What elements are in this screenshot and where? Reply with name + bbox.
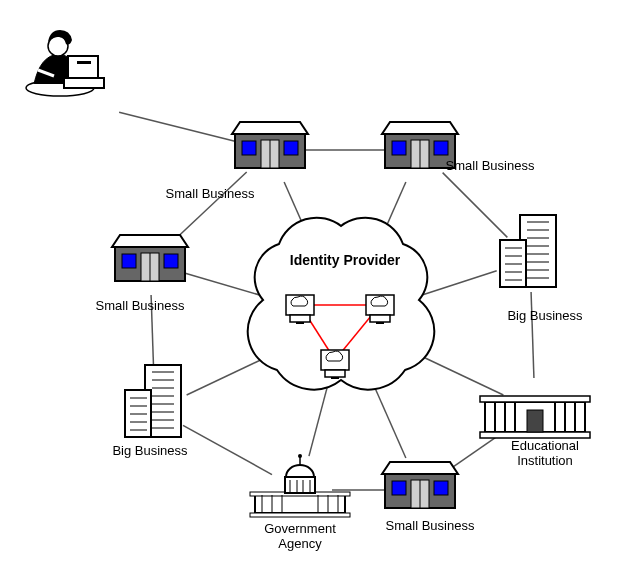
node-label-line2: Institution [517,453,573,468]
node-small-icon [112,235,188,281]
svg-rect-72 [64,78,104,88]
user-link-edge [119,112,241,142]
node-gov-icon [250,454,350,517]
node-big-icon [500,215,556,287]
node-label-line1: Educational [511,438,579,453]
node-small-icon [382,462,458,508]
user-icon [26,30,104,96]
node-label-line1: Government [264,521,336,536]
svg-rect-73 [77,61,91,64]
node-label: Big Business [507,308,583,323]
node-small-icon [232,122,308,168]
node-label: Small Business [446,158,535,173]
node-big-icon [125,365,181,437]
server-icon [286,295,314,324]
svg-line-55 [183,425,272,474]
svg-line-57 [173,172,246,241]
center-label: Identity Provider [290,252,401,268]
node-label: Small Business [386,518,475,533]
identity-provider-diagram: Identity Provider Small BusinessSmall Bu… [0,0,628,573]
node-label: Small Business [166,186,255,201]
svg-rect-71 [68,56,98,78]
server-icon [366,295,394,324]
svg-line-52 [531,292,534,378]
node-label: Big Business [112,443,188,458]
node-label: Small Business [96,298,185,313]
svg-line-51 [443,173,508,238]
node-label-line2: Agency [278,536,322,551]
node-edu-icon [480,396,590,438]
server-icon [321,350,349,379]
